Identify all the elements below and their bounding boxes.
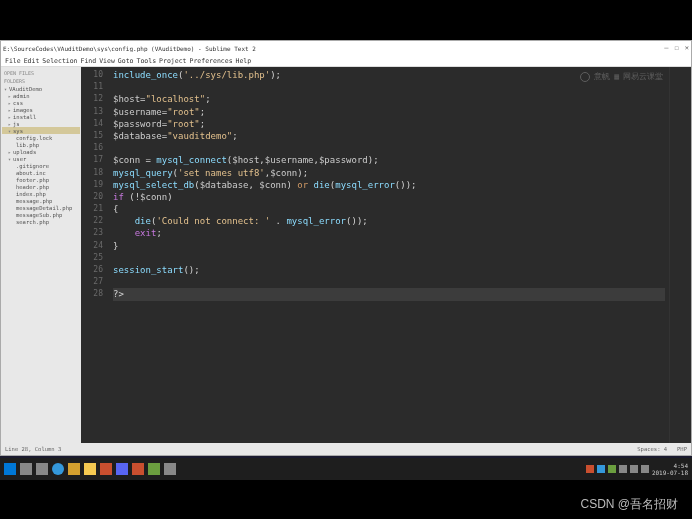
app-icon[interactable] (116, 463, 128, 475)
wifi-icon[interactable] (630, 465, 638, 473)
sidebar-item-header-php[interactable]: header.php (2, 183, 80, 190)
menu-edit[interactable]: Edit (24, 57, 40, 65)
menu-help[interactable]: Help (236, 57, 252, 65)
disclosure-icon: ▸ (8, 149, 11, 155)
menu-tools[interactable]: Tools (137, 57, 157, 65)
sidebar-item-lib-php[interactable]: lib.php (2, 141, 80, 148)
line-gutter: 10111213141516171819202122232425262728 (81, 67, 109, 443)
menu-selection[interactable]: Selection (42, 57, 77, 65)
code-line-25[interactable] (113, 252, 665, 264)
sidebar-heading-open-files: OPEN FILES (2, 69, 80, 77)
sidebar-item-user[interactable]: ▾user (2, 155, 80, 162)
sublime-window: E:\SourceCodes\VAuditDemo\sys\config.php… (0, 40, 692, 456)
menu-preferences[interactable]: Preferences (190, 57, 233, 65)
watermark-icon (580, 72, 590, 82)
sidebar-item-images[interactable]: ▸images (2, 106, 80, 113)
sidebar-item-vauditdemo[interactable]: ▾VAuditDemo (2, 85, 80, 92)
sidebar-item-js[interactable]: ▸js (2, 120, 80, 127)
tray-icon[interactable] (619, 465, 627, 473)
sublime-icon[interactable] (164, 463, 176, 475)
code-line-18[interactable]: mysql_query('set names utf8',$conn); (113, 167, 665, 179)
code-line-28[interactable]: ?> (113, 288, 665, 300)
disclosure-icon: ▸ (8, 107, 11, 113)
code-line-22[interactable]: die('Could not connect: ' . mysql_error(… (113, 215, 665, 227)
csdn-caption: CSDN @吾名招财 (580, 496, 678, 513)
watermark-icon2: ▦ (614, 71, 619, 83)
disclosure-icon: ▸ (8, 121, 11, 127)
menubar: FileEditSelectionFindViewGotoToolsProjec… (1, 55, 691, 67)
app-icon[interactable] (132, 463, 144, 475)
start-button-icon[interactable] (4, 463, 16, 475)
code-line-14[interactable]: $password="root"; (113, 118, 665, 130)
minimize-button[interactable]: — (664, 44, 668, 52)
code-line-13[interactable]: $username="root"; (113, 106, 665, 118)
titlebar[interactable]: E:\SourceCodes\VAuditDemo\sys\config.php… (1, 41, 691, 55)
status-spaces[interactable]: Spaces: 4 (637, 446, 667, 452)
sidebar-item-install[interactable]: ▸install (2, 113, 80, 120)
sidebar-item-config-lock[interactable]: config.lock (2, 134, 80, 141)
code-line-15[interactable]: $database="vauditdemo"; (113, 130, 665, 142)
tray-icon[interactable] (597, 465, 605, 473)
search-icon[interactable] (20, 463, 32, 475)
sidebar-item-messagedetail-php[interactable]: messageDetail.php (2, 204, 80, 211)
app-icon[interactable] (68, 463, 80, 475)
code-line-12[interactable]: $host="localhost"; (113, 93, 665, 105)
taskbar-clock[interactable]: 4:54 2019-07-18 (652, 462, 688, 476)
sidebar-item-admin[interactable]: ▸admin (2, 92, 80, 99)
sidebar-heading-folders: FOLDERS (2, 77, 80, 85)
disclosure-icon: ▸ (8, 100, 11, 106)
code-line-19[interactable]: mysql_select_db($database, $conn) or die… (113, 179, 665, 191)
sidebar-item-footer-php[interactable]: footer.php (2, 176, 80, 183)
disclosure-icon: ▸ (8, 114, 11, 120)
menu-goto[interactable]: Goto (118, 57, 134, 65)
menu-view[interactable]: View (99, 57, 115, 65)
minimap[interactable] (669, 67, 691, 443)
code-line-26[interactable]: session_start(); (113, 264, 665, 276)
close-button[interactable]: ✕ (685, 44, 689, 52)
window-title: E:\SourceCodes\VAuditDemo\sys\config.php… (3, 45, 256, 52)
menu-file[interactable]: File (5, 57, 21, 65)
windows-taskbar[interactable]: 4:54 2019-07-18 (0, 458, 692, 480)
disclosure-icon: ▾ (8, 128, 11, 134)
sidebar-item-uploads[interactable]: ▸uploads (2, 148, 80, 155)
code-line-27[interactable] (113, 276, 665, 288)
watermark: 意帆 ▦ 网易云课堂 (580, 71, 663, 83)
sidebar-item-about-inc[interactable]: about.inc (2, 169, 80, 176)
task-view-icon[interactable] (36, 463, 48, 475)
code-line-20[interactable]: if (!$conn) (113, 191, 665, 203)
tray-icon[interactable] (608, 465, 616, 473)
disclosure-icon: ▾ (8, 156, 11, 162)
statusbar: Line 28, Column 3 Spaces: 4 PHP (1, 443, 691, 455)
code-line-17[interactable]: $conn = mysql_connect($host,$username,$p… (113, 154, 665, 166)
status-cursor: Line 28, Column 3 (5, 446, 61, 452)
code-editor[interactable]: 10111213141516171819202122232425262728 i… (81, 67, 691, 443)
sidebar[interactable]: OPEN FILES FOLDERS ▾VAuditDemo▸admin▸css… (1, 67, 81, 443)
code-line-24[interactable]: } (113, 240, 665, 252)
sidebar-item--gitignore[interactable]: .gitignore (2, 162, 80, 169)
sidebar-item-css[interactable]: ▸css (2, 99, 80, 106)
code-line-23[interactable]: exit; (113, 227, 665, 239)
tray-icon[interactable] (586, 465, 594, 473)
disclosure-icon: ▸ (8, 93, 11, 99)
sidebar-item-messagesub-php[interactable]: messageSub.php (2, 211, 80, 218)
explorer-icon[interactable] (84, 463, 96, 475)
app-icon[interactable] (52, 463, 64, 475)
menu-project[interactable]: Project (159, 57, 186, 65)
sidebar-item-message-php[interactable]: message.php (2, 197, 80, 204)
code-area[interactable]: include_once('../sys/lib.php');$host="lo… (109, 67, 669, 443)
code-line-21[interactable]: { (113, 203, 665, 215)
volume-icon[interactable] (641, 465, 649, 473)
sidebar-item-index-php[interactable]: index.php (2, 190, 80, 197)
app-icon[interactable] (148, 463, 160, 475)
maximize-button[interactable]: ☐ (675, 44, 679, 52)
app-icon[interactable] (100, 463, 112, 475)
menu-find[interactable]: Find (81, 57, 97, 65)
status-syntax[interactable]: PHP (677, 446, 687, 452)
sidebar-item-sys[interactable]: ▾sys (2, 127, 80, 134)
disclosure-icon: ▾ (4, 86, 7, 92)
sidebar-item-search-php[interactable]: search.php (2, 218, 80, 225)
code-line-16[interactable] (113, 142, 665, 154)
